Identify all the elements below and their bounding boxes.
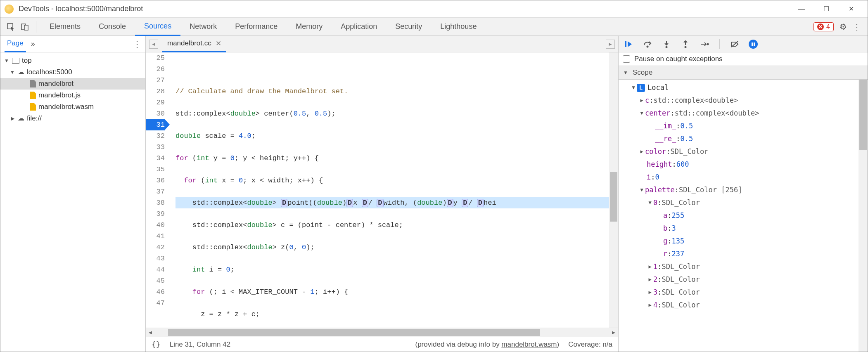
inspect-element-icon[interactable] [4, 20, 18, 34]
device-toolbar-icon[interactable] [18, 20, 32, 34]
tree-file-mandelbrot[interactable]: mandelbrot [0, 78, 145, 90]
tree-label: localhost:5000 [27, 68, 72, 76]
pause-on-caught-checkbox[interactable] [623, 55, 630, 63]
scope-title: Scope [633, 69, 652, 77]
cloud-icon: ☁ [18, 69, 24, 76]
svg-rect-9 [752, 43, 753, 46]
line-gutter[interactable]: 252627282930 31 323334353637383940414243… [146, 52, 168, 328]
chevron-down-icon: ▼ [9, 69, 15, 75]
tab-application[interactable]: Application [332, 18, 386, 36]
file-icon [30, 80, 36, 87]
navigator-header: Page » ⋮ [0, 36, 145, 52]
var-palette-3[interactable]: ▶3: SDL_Color [619, 286, 868, 299]
svg-rect-10 [754, 43, 755, 46]
step-button[interactable] [700, 39, 709, 49]
editor-nav-back-icon[interactable]: ◄ [149, 40, 158, 49]
var-palette-2[interactable]: ▶2: SDL_Color [619, 273, 868, 286]
var-center-im[interactable]: __im_: 0.5 [619, 120, 868, 132]
editor-nav-forward-icon[interactable]: ► [606, 40, 615, 49]
tree-file-mandelbrot-js[interactable]: mandelbrot.js [0, 90, 145, 101]
var-palette-0-a[interactable]: a: 255 [619, 209, 868, 222]
local-badge-icon: L [637, 84, 645, 92]
navigator-more-tabs-icon[interactable]: » [31, 40, 35, 48]
var-color[interactable]: ▶color: SDL_Color [619, 145, 868, 158]
editor-statusbar: {} Line 31, Column 42 (provided via debu… [146, 337, 618, 352]
scroll-left-icon[interactable]: ◄ [146, 329, 155, 335]
pretty-print-icon[interactable]: {} [152, 340, 161, 349]
maximize-button[interactable]: ☐ [814, 0, 839, 18]
scope-local-label: Local [647, 81, 669, 94]
tree-label: file:// [27, 114, 42, 123]
var-palette-0[interactable]: ▼0: SDL_Color [619, 196, 868, 209]
step-out-button[interactable] [681, 39, 690, 49]
file-icon [30, 92, 36, 99]
scope-header[interactable]: ▼ Scope [619, 66, 868, 79]
close-button[interactable]: ✕ [839, 0, 863, 18]
var-height[interactable]: height: 600 [619, 158, 868, 171]
resume-button[interactable] [624, 39, 633, 49]
tree-top[interactable]: ▼ top [0, 55, 145, 66]
var-center-re[interactable]: __re_: 0.5 [619, 132, 868, 145]
debug-info-link[interactable]: mandelbrot.wasm [501, 340, 557, 348]
editor-horizontal-scrollbar[interactable]: ◄ ► [146, 328, 618, 337]
var-palette[interactable]: ▼palette: SDL_Color [256] [619, 184, 868, 196]
step-over-button[interactable] [643, 39, 652, 49]
tree-file-mandelbrot-wasm[interactable]: mandelbrot.wasm [0, 101, 145, 113]
step-into-button[interactable] [662, 39, 671, 49]
settings-gear-icon[interactable]: ⚙ [840, 22, 847, 32]
chevron-down-icon: ▼ [630, 81, 637, 94]
var-palette-1[interactable]: ▶1: SDL_Color [619, 260, 868, 273]
var-palette-0-r[interactable]: r: 237 [619, 248, 868, 260]
tab-security[interactable]: Security [386, 18, 431, 36]
scope-vertical-scrollbar[interactable] [859, 80, 868, 352]
var-i[interactable]: i: 0 [619, 171, 868, 184]
var-center[interactable]: ▼center: std::complex<double> [619, 107, 868, 120]
debug-toolbar [619, 36, 868, 52]
tab-console[interactable]: Console [90, 18, 135, 36]
file-tree: ▼ top ▼ ☁ localhost:5000 mandelbrot mand… [0, 52, 145, 127]
svg-point-4 [647, 45, 649, 47]
navigator-tab-page[interactable]: Page [5, 36, 26, 52]
paused-indicator-icon[interactable] [749, 40, 758, 49]
navigator-kebab-icon[interactable]: ⋮ [133, 39, 141, 49]
pause-on-caught-row[interactable]: Pause on caught exceptions [619, 52, 868, 66]
tab-lighthouse[interactable]: Lighthouse [431, 18, 486, 36]
svg-rect-3 [625, 41, 626, 47]
tab-sources[interactable]: Sources [135, 18, 180, 36]
more-menu-icon[interactable]: ⋮ [853, 22, 861, 32]
tab-network[interactable]: Network [180, 18, 226, 36]
tree-host[interactable]: ▼ ☁ localhost:5000 [0, 66, 145, 78]
error-icon: ✕ [817, 24, 824, 30]
tab-elements[interactable]: Elements [40, 18, 90, 36]
svg-rect-2 [24, 25, 28, 30]
scope-local[interactable]: ▼ L Local [619, 81, 868, 94]
minimize-button[interactable]: ― [789, 0, 814, 18]
breakpoint-marker[interactable]: 31 [146, 119, 165, 130]
close-icon[interactable]: ✕ [216, 39, 221, 48]
var-c[interactable]: ▶c: std::complex<double> [619, 94, 868, 107]
editor-pane: ◄ mandelbrot.cc ✕ ► 252627282930 31 3233… [146, 36, 619, 352]
var-palette-4[interactable]: ▶4: SDL_Color [619, 299, 868, 312]
editor-vertical-scrollbar[interactable] [609, 52, 618, 328]
titlebar: DevTools - localhost:5000/mandelbrot ― ☐… [0, 0, 868, 18]
code-editor[interactable]: 252627282930 31 323334353637383940414243… [146, 52, 618, 328]
deactivate-breakpoints-button[interactable] [730, 39, 740, 49]
svg-point-6 [685, 46, 687, 48]
tab-memory[interactable]: Memory [287, 18, 332, 36]
devtools-window: DevTools - localhost:5000/mandelbrot ― ☐… [0, 0, 868, 352]
pause-on-caught-label: Pause on caught exceptions [634, 55, 723, 63]
scroll-right-icon[interactable]: ► [609, 329, 618, 335]
error-count-badge[interactable]: ✕ 4 [813, 22, 834, 31]
tree-label: mandelbrot.wasm [38, 103, 94, 111]
window-title: DevTools - localhost:5000/mandelbrot [19, 5, 143, 13]
cursor-position: Line 31, Column 42 [170, 340, 230, 349]
tab-performance[interactable]: Performance [226, 18, 287, 36]
code-content[interactable]: // Calculate and draw the Mandelbrot set… [168, 52, 618, 328]
var-palette-0-b[interactable]: b: 3 [619, 222, 868, 235]
editor-tab-mandelbrot-cc[interactable]: mandelbrot.cc ✕ [162, 36, 226, 52]
chevron-right-icon: ▶ [9, 116, 15, 121]
tree-file-scheme[interactable]: ▶ ☁ file:// [0, 113, 145, 124]
tree-label: top [22, 57, 32, 65]
var-palette-0-g[interactable]: g: 135 [619, 235, 868, 248]
editor-tab-label: mandelbrot.cc [167, 39, 211, 47]
